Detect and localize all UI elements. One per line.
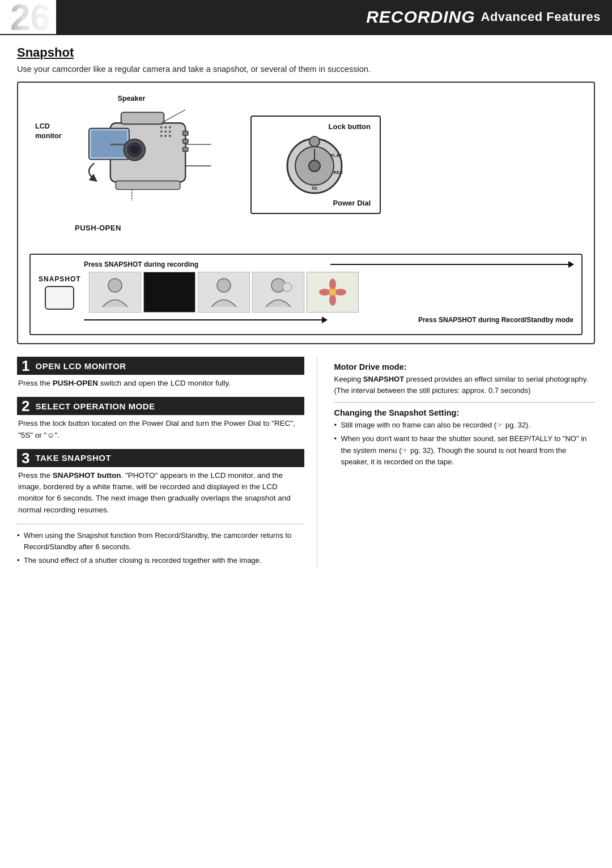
page-content: Snapshot Use your camcorder like a regul… xyxy=(0,35,612,585)
bottom-arrow-row: Press SNAPSHOT during Record/Standby mod… xyxy=(39,316,573,324)
header-title-area: RECORDING Advanced Features xyxy=(56,0,612,34)
step-2-body: Press the lock button located on the Pow… xyxy=(17,418,304,441)
bottom-arrow-line xyxy=(84,319,327,320)
left-bullets: When using the Snapshot function from Re… xyxy=(17,530,304,566)
step-1-header: 1 OPEN LCD MONITOR xyxy=(17,357,304,375)
step-divider xyxy=(17,524,304,524)
speaker-label: Speaker xyxy=(118,95,146,102)
svg-point-38 xyxy=(217,279,231,292)
snapshot-img-5 xyxy=(307,272,359,313)
bottom-columns: 1 OPEN LCD MONITOR Press the PUSH-OPEN s… xyxy=(17,357,595,568)
page-header: 26 RECORDING Advanced Features xyxy=(0,0,612,35)
power-dial-label: Power Dial xyxy=(258,199,371,207)
lcd-monitor-label: LCD monitor xyxy=(35,122,62,140)
snapshot-sequence-section: Press SNAPSHOT during recording SNAPSHOT xyxy=(29,254,583,335)
svg-point-46 xyxy=(319,289,330,296)
snapshot-setting-title: Changing the Snapshot Setting: xyxy=(334,408,595,417)
step-1-body: Press the PUSH-OPEN switch and open the … xyxy=(17,378,304,389)
power-dial-svg: OFF PLAY REC 5S ☺ xyxy=(269,133,360,195)
svg-point-12 xyxy=(169,135,171,137)
camcorder-illustration: Speaker LCD monitor xyxy=(29,93,233,232)
top-arrow-line xyxy=(330,264,573,265)
top-arrow-row: Press SNAPSHOT during recording xyxy=(39,260,573,268)
svg-point-41 xyxy=(283,283,292,292)
intro-text: Use your camcorder like a regular camera… xyxy=(17,65,595,74)
snapshot-button-box xyxy=(45,286,74,310)
step-3-number: 3 xyxy=(22,451,29,465)
power-dial-detail-box: Lock button OFF PLAY REC 5S xyxy=(250,116,381,214)
dial-svg-wrap: OFF PLAY REC 5S ☺ xyxy=(258,133,371,195)
svg-point-45 xyxy=(329,294,336,306)
svg-point-5 xyxy=(164,126,167,129)
step-2-title: SELECT OPERATION MODE xyxy=(35,401,155,411)
left-bullet-2: The sound effect of a shutter closing is… xyxy=(17,555,304,566)
header-subtitle-label: Advanced Features xyxy=(481,10,601,24)
step-1-number: 1 xyxy=(22,358,29,373)
snapshot-img-4 xyxy=(252,272,304,313)
svg-point-10 xyxy=(160,135,162,137)
top-arrow-label: Press SNAPSHOT during recording xyxy=(84,260,327,268)
svg-point-48 xyxy=(329,289,336,296)
svg-point-47 xyxy=(335,289,346,296)
svg-text:PLAY: PLAY xyxy=(330,153,342,158)
snapshot-img-2 xyxy=(143,272,196,313)
svg-text:REC: REC xyxy=(334,170,343,175)
svg-point-15 xyxy=(130,146,138,154)
step-3: 3 TAKE SNAPSHOT Press the SNAPSHOT butto… xyxy=(17,449,304,516)
svg-point-32 xyxy=(309,136,320,147)
svg-line-24 xyxy=(161,110,185,123)
snapshot-setting-bullets: Still image with no frame can also be re… xyxy=(334,420,595,468)
section-title: Snapshot xyxy=(17,45,595,60)
step-2: 2 SELECT OPERATION MODE Press the lock b… xyxy=(17,397,304,441)
motor-drive-title: Motor Drive mode: xyxy=(334,362,595,371)
snapshot-button-area: SNAPSHOT xyxy=(39,275,81,310)
svg-point-4 xyxy=(160,126,162,129)
bottom-arrow-label: Press SNAPSHOT during Record/Standby mod… xyxy=(330,316,573,324)
snapshot-btn-label: SNAPSHOT xyxy=(39,275,81,283)
header-recording-label: RECORDING xyxy=(366,7,475,27)
camcorder-area: Speaker LCD monitor xyxy=(29,93,583,246)
step-1: 1 OPEN LCD MONITOR Press the PUSH-OPEN s… xyxy=(17,357,304,389)
svg-point-6 xyxy=(169,126,171,129)
snapshot-images-row: SNAPSHOT xyxy=(39,272,573,313)
right-column: Motor Drive mode: Keeping SNAPSHOT press… xyxy=(334,357,595,568)
left-column: 1 OPEN LCD MONITOR Press the PUSH-OPEN s… xyxy=(17,357,317,568)
step-3-header: 3 TAKE SNAPSHOT xyxy=(17,449,304,467)
svg-rect-18 xyxy=(182,139,188,144)
svg-text:☺: ☺ xyxy=(288,177,293,182)
snapshot-bullet-1: Still image with no frame can also be re… xyxy=(334,420,595,431)
svg-point-11 xyxy=(164,135,167,137)
svg-rect-16 xyxy=(121,112,164,124)
svg-rect-19 xyxy=(182,147,188,152)
snapshot-img-1 xyxy=(89,272,141,313)
camcorder-svg xyxy=(78,104,233,228)
svg-text:5S: 5S xyxy=(312,186,317,191)
page-number: 26 xyxy=(0,0,56,34)
right-sub-divider xyxy=(334,402,595,403)
svg-rect-20 xyxy=(116,181,180,189)
left-bullet-1: When using the Snapshot function from Re… xyxy=(17,530,304,553)
motor-drive-body: Keeping SNAPSHOT pressed provides an eff… xyxy=(334,374,595,396)
svg-point-33 xyxy=(309,160,320,172)
snapshot-img-3 xyxy=(198,272,250,313)
svg-point-44 xyxy=(329,279,336,290)
step-1-title: OPEN LCD MONITOR xyxy=(35,361,126,371)
svg-point-9 xyxy=(169,131,171,133)
svg-point-36 xyxy=(108,279,122,292)
lock-button-label: Lock button xyxy=(258,122,371,131)
svg-point-7 xyxy=(160,131,162,133)
snapshot-bullet-2: When you don't want to hear the shutter … xyxy=(334,433,595,467)
svg-rect-17 xyxy=(182,131,188,135)
step-3-title: TAKE SNAPSHOT xyxy=(35,453,111,463)
step-2-header: 2 SELECT OPERATION MODE xyxy=(17,397,304,415)
main-diagram-box: Speaker LCD monitor xyxy=(17,82,595,344)
step-2-number: 2 xyxy=(22,399,29,413)
svg-point-8 xyxy=(164,131,167,133)
step-3-body: Press the SNAPSHOT button. "PHOTO" appea… xyxy=(17,470,304,516)
